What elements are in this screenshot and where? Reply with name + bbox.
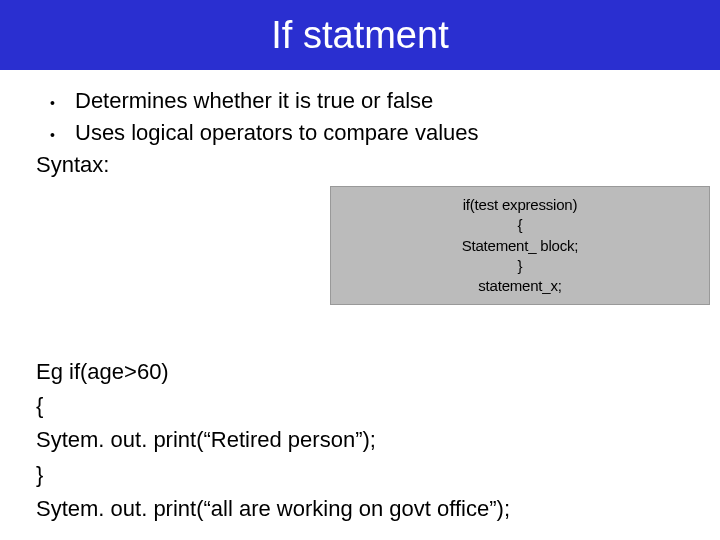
syntax-code-box: if(test expression) { Statement_ block; … — [330, 186, 710, 305]
bullet-item: • Determines whether it is true or false — [30, 88, 690, 114]
slide-title: If statment — [271, 14, 448, 57]
content-area: • Determines whether it is true or false… — [0, 70, 720, 526]
bullet-text: Uses logical operators to compare values — [75, 120, 479, 146]
example-line: Eg if(age>60) — [36, 355, 690, 389]
example-block: Eg if(age>60) { Sytem. out. print(“Retir… — [36, 355, 690, 525]
syntax-label: Syntax: — [36, 152, 690, 178]
code-line: Statement_ block; — [341, 236, 699, 256]
bullet-marker: • — [30, 127, 75, 143]
example-line: } — [36, 458, 690, 492]
bullet-item: • Uses logical operators to compare valu… — [30, 120, 690, 146]
example-line: Sytem. out. print(“Retired person”); — [36, 423, 690, 457]
bullet-marker: • — [30, 95, 75, 111]
example-line: { — [36, 389, 690, 423]
example-line: Sytem. out. print(“all are working on go… — [36, 492, 690, 526]
title-bar: If statment — [0, 0, 720, 70]
code-line: } — [341, 256, 699, 276]
code-line: statement_x; — [341, 276, 699, 296]
code-line: { — [341, 215, 699, 235]
bullet-text: Determines whether it is true or false — [75, 88, 433, 114]
code-line: if(test expression) — [341, 195, 699, 215]
